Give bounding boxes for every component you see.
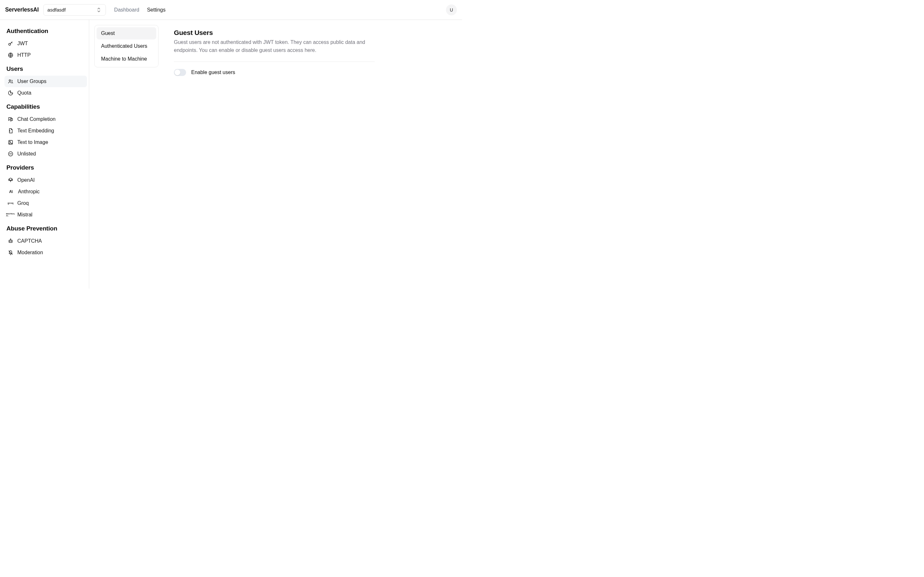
sidebar-item-label: Groq (17, 200, 29, 206)
sidebar-item-chat-completion[interactable]: Chat Completion (5, 113, 87, 125)
bot-icon (8, 238, 13, 244)
svg-point-10 (10, 241, 10, 242)
project-selector-value: asdfasdf (47, 7, 66, 13)
sidebar-item-label: Unlisted (17, 151, 36, 157)
tab-machine-to-machine[interactable]: Machine to Machine (97, 53, 156, 65)
sidebar-item-http[interactable]: HTTP (5, 49, 87, 61)
enable-guest-toggle-row: Enable guest users (174, 69, 375, 76)
sidebar-item-text-to-image[interactable]: Text to Image (5, 137, 87, 148)
sub-nav-column: Guest Authenticated Users Machine to Mac… (89, 20, 158, 288)
bell-off-icon (8, 250, 13, 255)
sidebar-item-user-groups[interactable]: User Groups (5, 76, 87, 87)
sidebar-section-users: Users (6, 65, 85, 73)
image-icon (8, 139, 13, 145)
sidebar-item-mistral[interactable]: MISTRALAI_ Mistral (5, 209, 87, 221)
globe-icon (8, 52, 13, 58)
sidebar-item-text-embedding[interactable]: Text Embedding (5, 125, 87, 137)
sidebar-item-groq[interactable]: groq Groq (5, 197, 87, 209)
sidebar-section-abuse-prevention: Abuse Prevention (6, 225, 85, 232)
sidebar-item-label: Chat Completion (17, 116, 55, 122)
sidebar-item-label: Moderation (17, 250, 43, 255)
users-icon (8, 79, 13, 84)
svg-point-6 (9, 153, 10, 154)
sidebar-item-captcha[interactable]: CAPTCHA (5, 235, 87, 247)
sidebar-section-capabilities: Capabilities (6, 103, 85, 110)
svg-point-0 (9, 43, 11, 45)
pie-chart-icon (8, 90, 13, 96)
switch-knob (174, 69, 180, 75)
project-selector[interactable]: asdfasdf (43, 4, 106, 16)
sidebar-item-label: JWT (17, 41, 28, 47)
svg-point-11 (11, 241, 12, 242)
svg-point-7 (10, 153, 11, 154)
brand-logo: ServerlessAI (5, 6, 39, 13)
sidebar-item-label: OpenAI (17, 177, 35, 183)
sidebar-section-authentication: Authentication (6, 27, 85, 35)
mistral-icon: MISTRALAI_ (8, 212, 13, 218)
tab-guest[interactable]: Guest (97, 27, 156, 39)
sidebar-item-label: CAPTCHA (17, 238, 42, 244)
page-title: Guest Users (174, 29, 375, 37)
key-icon (8, 41, 13, 47)
sidebar-item-label: User Groups (17, 79, 47, 84)
sidebar-item-label: Text to Image (17, 139, 48, 145)
circle-ellipsis-icon (8, 151, 13, 157)
svg-point-2 (9, 80, 11, 81)
nav-dashboard[interactable]: Dashboard (114, 7, 139, 13)
sidebar-item-label: Anthropic (18, 189, 40, 195)
tab-authenticated-users[interactable]: Authenticated Users (97, 40, 156, 52)
header-nav: Dashboard Settings (114, 7, 166, 13)
main-content: Guest Users Guest users are not authenti… (158, 20, 389, 288)
sidebar-item-label: Text Embedding (17, 128, 54, 134)
sidebar-item-label: Mistral (17, 212, 32, 218)
user-avatar[interactable]: U (446, 5, 457, 15)
enable-guest-label: Enable guest users (191, 69, 235, 75)
sub-nav-card: Guest Authenticated Users Machine to Mac… (94, 25, 158, 67)
sidebar-item-anthropic[interactable]: A\ Anthropic (5, 186, 87, 197)
groq-icon: groq (8, 200, 13, 206)
svg-point-12 (10, 239, 11, 239)
sidebar-item-label: Quota (17, 90, 31, 96)
sidebar-item-moderation[interactable]: Moderation (5, 247, 87, 258)
sidebar-item-label: HTTP (17, 52, 31, 58)
file-icon (8, 128, 13, 134)
page-description: Guest users are not authenticated with J… (174, 39, 375, 55)
divider (174, 61, 375, 62)
anthropic-icon: A\ (8, 189, 14, 195)
chat-icon (8, 116, 13, 122)
sidebar-item-openai[interactable]: OpenAI (5, 174, 87, 186)
openai-icon (8, 177, 13, 183)
settings-sidebar: Authentication JWT HTTP Users User Group… (0, 20, 89, 288)
nav-settings[interactable]: Settings (147, 7, 166, 13)
svg-point-4 (9, 141, 10, 142)
sidebar-section-providers: Providers (6, 164, 85, 171)
sidebar-item-jwt[interactable]: JWT (5, 38, 87, 49)
enable-guest-switch[interactable] (174, 69, 186, 76)
app-header: ServerlessAI asdfasdf Dashboard Settings… (0, 0, 462, 20)
svg-point-8 (11, 153, 11, 154)
chevrons-up-down-icon (96, 7, 102, 13)
sidebar-item-quota[interactable]: Quota (5, 87, 87, 99)
sidebar-item-unlisted[interactable]: Unlisted (5, 148, 87, 160)
avatar-initial: U (450, 7, 453, 13)
